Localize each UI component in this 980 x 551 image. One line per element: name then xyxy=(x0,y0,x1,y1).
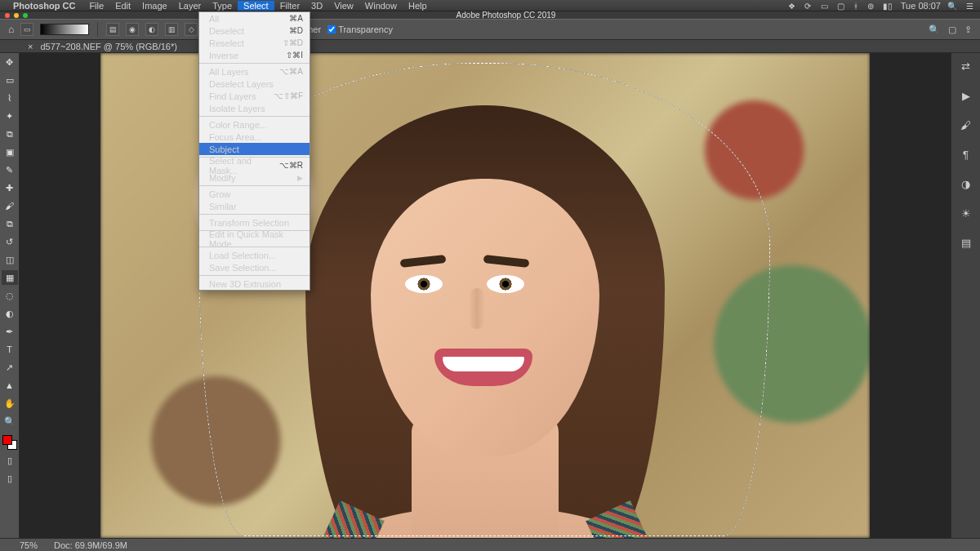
menu-view[interactable]: View xyxy=(328,1,359,11)
history-panel-icon[interactable]: ⇄ xyxy=(958,58,974,74)
document-tab[interactable]: × d577~208.NEF @ 75% (RGB/16*) xyxy=(20,42,185,51)
menu-item-reselect: Reselect⇧⌘D xyxy=(199,37,310,49)
display-icon[interactable]: ▭ xyxy=(821,2,828,11)
screen-mode-icon[interactable]: ▯ xyxy=(2,471,18,486)
eraser-tool[interactable]: ◫ xyxy=(2,252,18,267)
zoom-level[interactable]: 75% xyxy=(20,540,38,550)
workspace-icon[interactable]: ▢ xyxy=(948,24,956,35)
spotlight-icon[interactable]: 🔍 xyxy=(947,2,957,11)
menu-item-inverse[interactable]: Inverse⇧⌘I xyxy=(199,49,310,61)
frame-tool[interactable]: ▣ xyxy=(2,144,18,159)
menu-item-find-layers: Find Layers⌥⇧⌘F xyxy=(199,90,310,102)
menu-item-select-and-mask[interactable]: Select and Mask...⌥⌘R xyxy=(199,159,310,171)
transparency-checkbox[interactable]: Transparency xyxy=(327,24,393,34)
menu-edit[interactable]: Edit xyxy=(109,1,136,11)
gradient-preview[interactable] xyxy=(40,24,89,35)
menu-3d[interactable]: 3D xyxy=(305,1,328,11)
menu-item-subject[interactable]: Subject xyxy=(199,143,310,155)
tab-close-icon[interactable]: × xyxy=(28,42,33,51)
status-bar: 75% Doc: 69.9M/69.9M xyxy=(0,538,980,551)
menu-item-edit-in-quick-mask-mode[interactable]: Edit in Quick Mask Mode xyxy=(199,233,310,245)
sync-icon[interactable]: ⟳ xyxy=(804,2,811,11)
lasso-tool[interactable]: ⌇ xyxy=(2,91,18,105)
blur-tool[interactable]: ◌ xyxy=(2,288,18,303)
menu-layer[interactable]: Layer xyxy=(173,1,207,11)
toolbox: ✥▭⌇✦⧉▣✎✚🖌⧉↺◫▦◌◐✒T↗▲✋🔍▯▯ xyxy=(0,53,20,538)
menu-filter[interactable]: Filter xyxy=(274,1,305,11)
airplay-icon[interactable]: ▢ xyxy=(837,2,844,11)
play-panel-icon[interactable]: ▶ xyxy=(958,87,974,104)
minimize-window-button[interactable] xyxy=(14,13,19,18)
quick-select-tool[interactable]: ✦ xyxy=(2,109,18,123)
swatches-panel-icon[interactable]: ◑ xyxy=(958,176,974,192)
menu-help[interactable]: Help xyxy=(403,1,433,11)
menu-image[interactable]: Image xyxy=(136,1,173,11)
menubar-clock[interactable]: Tue 08:07 xyxy=(901,1,941,11)
shape-tool[interactable]: ▲ xyxy=(2,378,18,393)
options-bar: ⌂ ▭ ▤ ◉ ◐ ▥ ◇ Mode: Reverse Dither Trans… xyxy=(0,19,980,40)
history-tool[interactable]: ↺ xyxy=(2,234,18,249)
crop-tool[interactable]: ⧉ xyxy=(2,127,18,141)
menu-file[interactable]: File xyxy=(83,1,109,11)
menu-item-all-layers: All Layers⌥⌘A xyxy=(199,65,310,78)
path-tool[interactable]: ↗ xyxy=(2,360,18,375)
menu-item-similar[interactable]: Similar xyxy=(199,200,310,212)
mac-menubar: Photoshop CC FileEditImageLayerTypeSelec… xyxy=(0,0,980,11)
angle-gradient-icon[interactable]: ◐ xyxy=(145,23,158,36)
window-title: Adobe Photoshop CC 2019 xyxy=(32,11,980,20)
heal-tool[interactable]: ✚ xyxy=(2,180,18,195)
menu-separator xyxy=(199,185,310,186)
move-tool[interactable]: ✥ xyxy=(2,55,18,69)
zoom-tool[interactable]: 🔍 xyxy=(2,414,18,429)
search-icon[interactable]: 🔍 xyxy=(929,24,940,35)
brush-panel-icon[interactable]: 🖌 xyxy=(958,117,974,133)
type-tool[interactable]: T xyxy=(2,342,18,357)
doc-size[interactable]: Doc: 69.9M/69.9M xyxy=(54,540,127,550)
select-menu-dropdown: All⌘ADeselect⌘DReselect⇧⌘DInverse⇧⌘IAll … xyxy=(198,11,310,291)
menu-item-save-selection[interactable]: Save Selection... xyxy=(199,261,310,273)
diamond-gradient-icon[interactable]: ◇ xyxy=(185,23,198,36)
character-panel-icon[interactable]: ¶ xyxy=(958,146,974,162)
menu-separator xyxy=(199,275,310,276)
menu-separator xyxy=(199,63,310,64)
marquee-tool[interactable]: ▭ xyxy=(2,73,18,87)
tool-preset-icon[interactable]: ▭ xyxy=(20,23,33,36)
menu-item-color-range[interactable]: Color Range... xyxy=(199,118,310,131)
menu-type[interactable]: Type xyxy=(207,1,238,11)
document-tabs: × d577~208.NEF @ 75% (RGB/16*) xyxy=(0,40,980,53)
menu-item-deselect-layers: Deselect Layers xyxy=(199,78,310,90)
close-window-button[interactable] xyxy=(5,13,10,18)
share-icon[interactable]: ⇪ xyxy=(964,24,972,35)
bluetooth-icon[interactable]: ᚼ xyxy=(853,2,858,11)
layers-panel-icon[interactable]: ▤ xyxy=(958,234,974,251)
menu-item-all[interactable]: All⌘A xyxy=(199,12,310,24)
adjustments-panel-icon[interactable]: ☀ xyxy=(958,205,974,221)
menu-item-isolate-layers: Isolate Layers xyxy=(199,102,310,114)
zoom-window-button[interactable] xyxy=(23,13,28,18)
menu-item-focus-area[interactable]: Focus Area... xyxy=(199,131,310,143)
pen-tool[interactable]: ✒ xyxy=(2,324,18,339)
reflected-gradient-icon[interactable]: ▥ xyxy=(165,23,178,36)
hand-tool[interactable]: ✋ xyxy=(2,396,18,411)
app-name[interactable]: Photoshop CC xyxy=(13,1,75,11)
menu-item-transform-selection[interactable]: Transform Selection xyxy=(199,216,310,229)
notifications-icon[interactable]: ☰ xyxy=(966,2,973,11)
menu-window[interactable]: Window xyxy=(359,1,403,11)
menu-item-grow[interactable]: Grow xyxy=(199,188,310,200)
battery-icon[interactable]: ▮▯ xyxy=(883,2,893,11)
color-swatches[interactable] xyxy=(2,435,17,450)
edit-mode-icon[interactable]: ▯ xyxy=(2,453,18,468)
home-icon[interactable]: ⌂ xyxy=(8,24,14,35)
wifi-icon[interactable]: ⊚ xyxy=(867,2,874,11)
gradient-tool[interactable]: ▦ xyxy=(2,270,18,285)
dropbox-icon[interactable]: ❖ xyxy=(788,2,795,11)
dodge-tool[interactable]: ◐ xyxy=(2,306,18,321)
radial-gradient-icon[interactable]: ◉ xyxy=(126,23,139,36)
stamp-tool[interactable]: ⧉ xyxy=(2,216,18,231)
menu-item-deselect[interactable]: Deselect⌘D xyxy=(199,24,310,37)
linear-gradient-icon[interactable]: ▤ xyxy=(106,23,119,36)
menu-select[interactable]: Select xyxy=(238,1,274,11)
eyedropper-tool[interactable]: ✎ xyxy=(2,162,18,177)
brush-tool[interactable]: 🖌 xyxy=(2,198,18,213)
menu-item-new-3d-extrusion[interactable]: New 3D Extrusion xyxy=(199,278,310,290)
